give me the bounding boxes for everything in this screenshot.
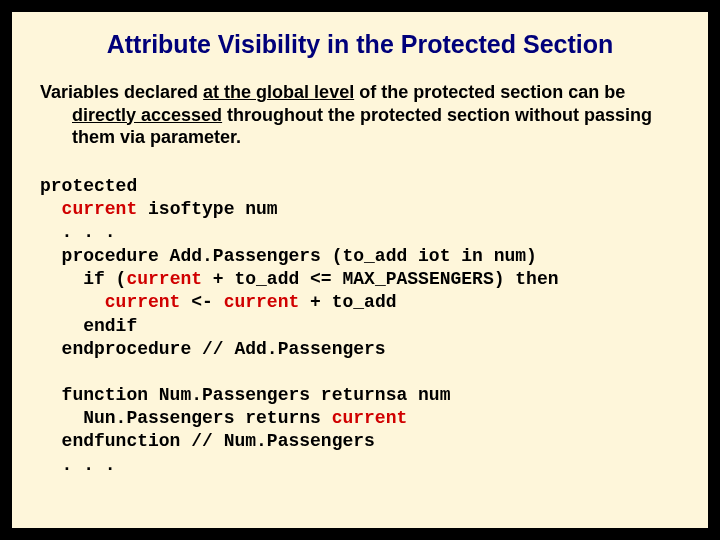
code-line: endfunction // Num.Passengers <box>40 431 375 451</box>
code-line: function Num.Passengers returnsa num <box>40 385 450 405</box>
code-block-1: protected current isoftype num . . . pro… <box>40 175 680 362</box>
code-highlight: current <box>332 408 408 428</box>
slide-frame: Attribute Visibility in the Protected Se… <box>0 0 720 540</box>
code-highlight: current <box>105 292 181 312</box>
code-run: <- <box>180 292 223 312</box>
body-paragraph: Variables declared at the global level o… <box>40 81 680 149</box>
code-run: if ( <box>40 269 126 289</box>
code-block-2: function Num.Passengers returnsa num Nun… <box>40 384 680 478</box>
code-line: procedure Add.Passengers (to_add iot in … <box>40 246 537 266</box>
code-line: endif <box>40 316 137 336</box>
slide: Attribute Visibility in the Protected Se… <box>10 10 710 530</box>
code-highlight: current <box>126 269 202 289</box>
code-highlight: current <box>224 292 300 312</box>
code-run: Nun.Passengers returns <box>40 408 332 428</box>
underline-run: directly accessed <box>72 105 222 125</box>
text-run: Variables declared <box>40 82 203 102</box>
underline-run: at the global level <box>203 82 354 102</box>
code-line: protected <box>40 176 137 196</box>
code-run: + to_add <= MAX_PASSENGERS) then <box>202 269 558 289</box>
code-run <box>40 292 105 312</box>
code-line: . . . <box>40 222 116 242</box>
slide-title: Attribute Visibility in the Protected Se… <box>40 30 680 59</box>
code-highlight: current <box>62 199 138 219</box>
body-line: Variables declared at the global level o… <box>40 81 680 149</box>
code-line: . . . <box>40 455 116 475</box>
text-run: of the protected section can be <box>354 82 625 102</box>
code-run: isoftype num <box>137 199 277 219</box>
code-line: endprocedure // Add.Passengers <box>40 339 386 359</box>
code-run <box>40 199 62 219</box>
code-run: + to_add <box>299 292 396 312</box>
